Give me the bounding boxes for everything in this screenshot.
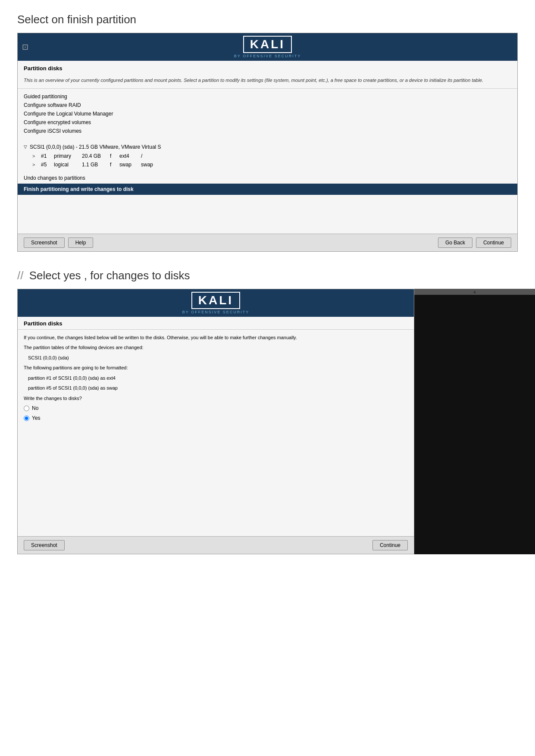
- kali-header-2: KALI BY OFFENSIVE SECURITY: [18, 289, 414, 317]
- scrollbar-top[interactable]: ▲: [414, 289, 535, 295]
- dark-sidebar: ▲: [414, 289, 535, 555]
- confirm-para-3-title: The following partitions are going to be…: [24, 364, 408, 372]
- confirm-partition-format-1: partition #1 of SCSI1 (0,0,0) (sda) as e…: [28, 375, 408, 382]
- footer-left: Screenshot Help: [24, 237, 93, 248]
- option-encrypted[interactable]: Configure encrypted volumes: [24, 118, 511, 127]
- partition-disks-title-2: Partition disks: [18, 317, 414, 330]
- confirm-partition-format-2: partition #5 of SCSI1 (0,0,0) (sda) as s…: [28, 384, 408, 392]
- installer-body-1: Partition disks This is an overview of y…: [18, 61, 517, 234]
- row-size-1: 20.4 GB: [82, 153, 106, 159]
- kali-logo-sub-2: BY OFFENSIVE SECURITY: [182, 310, 249, 314]
- write-label: Write the changes to disks?: [24, 395, 408, 403]
- section2-layout: KALI BY OFFENSIVE SECURITY Partition dis…: [17, 289, 535, 555]
- radio-no-input[interactable]: [24, 406, 29, 411]
- disk-triangle-icon: ▽: [24, 144, 27, 149]
- partition-options-list: Guided partitioning Configure software R…: [18, 89, 517, 139]
- kali-logo-1: KALI BY OFFENSIVE SECURITY: [234, 36, 301, 58]
- row-flag-2: f: [110, 162, 115, 168]
- help-button[interactable]: Help: [68, 237, 94, 248]
- undo-line[interactable]: Undo changes to partitions: [18, 172, 517, 184]
- kali-logo-sub: BY OFFENSIVE SECURITY: [234, 54, 301, 58]
- radio-no[interactable]: No: [24, 404, 408, 412]
- installer-window-2-wrapper: KALI BY OFFENSIVE SECURITY Partition dis…: [17, 289, 414, 555]
- row-mount-1: /: [141, 153, 142, 159]
- confirm-body: If you continue, the changes listed belo…: [18, 330, 414, 429]
- radio-yes-input[interactable]: [24, 415, 29, 421]
- row-type-2: logical: [54, 162, 78, 168]
- installer-description: This is an overview of your currently co…: [18, 74, 517, 89]
- row-fs-1: ext4: [119, 153, 137, 159]
- confirm-para-1: If you continue, the changes listed belo…: [24, 334, 408, 342]
- row-fs-2: swap: [119, 162, 137, 168]
- radio-group: No Yes: [24, 404, 408, 422]
- row-arrow-1: >: [32, 153, 37, 159]
- kali-logo-text-2: KALI: [191, 292, 240, 309]
- finish-line[interactable]: Finish partitioning and write changes to…: [18, 184, 517, 195]
- confirm-para-2-title: The partition tables of the following de…: [24, 344, 408, 352]
- continue-button-1[interactable]: Continue: [476, 237, 511, 248]
- option-iscsi[interactable]: Configure iSCSI volumes: [24, 127, 511, 135]
- option-software-raid[interactable]: Configure software RAID: [24, 101, 511, 109]
- footer2-right: Continue: [372, 540, 408, 550]
- table-row[interactable]: > #1 primary 20.4 GB f ext4 /: [24, 152, 511, 160]
- installer-window-1: ⊡ KALI BY OFFENSIVE SECURITY Partition d…: [17, 33, 518, 252]
- section2-title: // Select yes , for changes to disks: [0, 252, 535, 289]
- row-flag-1: f: [110, 153, 115, 159]
- installer-footer-1: Screenshot Help Go Back Continue: [18, 234, 517, 251]
- row-num-1: #1: [41, 153, 50, 159]
- footer-right: Go Back Continue: [438, 237, 511, 248]
- scroll-arrow-up-icon: ▲: [472, 289, 477, 294]
- continue-button-2[interactable]: Continue: [372, 540, 408, 550]
- installer-window-2: KALI BY OFFENSIVE SECURITY Partition dis…: [17, 289, 414, 555]
- empty-area-1: [18, 195, 517, 234]
- row-type-1: primary: [54, 153, 78, 159]
- partition-disks-title: Partition disks: [18, 61, 517, 74]
- radio-no-label: No: [32, 404, 38, 412]
- window-icon: ⊡: [22, 42, 28, 52]
- empty-area-2: [18, 428, 414, 536]
- row-num-2: #5: [41, 162, 50, 168]
- row-mount-2: swap: [141, 162, 153, 168]
- confirm-para-2-device: SCSI1 (0,0,0) (sda): [28, 354, 408, 362]
- row-size-2: 1.1 GB: [82, 162, 106, 168]
- row-arrow-2: >: [32, 162, 37, 167]
- section2-title-text: Select yes , for changes to disks: [26, 269, 190, 282]
- section1-title: Select on finish partition: [0, 0, 535, 33]
- option-lvm[interactable]: Configure the Logical Volume Manager: [24, 109, 511, 118]
- installer-footer-2: Screenshot Continue: [18, 536, 414, 554]
- disk-header: ▽ SCSI1 (0,0,0) (sda) - 21.5 GB VMware, …: [24, 142, 511, 152]
- disk-header-text: SCSI1 (0,0,0) (sda) - 21.5 GB VMware, VM…: [30, 144, 161, 150]
- kali-logo-2: KALI BY OFFENSIVE SECURITY: [182, 292, 249, 314]
- disk-section: ▽ SCSI1 (0,0,0) (sda) - 21.5 GB VMware, …: [18, 139, 517, 172]
- screenshot-button-2[interactable]: Screenshot: [24, 540, 65, 550]
- footer2-left: Screenshot: [24, 540, 65, 550]
- option-guided[interactable]: Guided partitioning: [24, 92, 511, 101]
- comment-slash: //: [17, 269, 23, 282]
- go-back-button[interactable]: Go Back: [438, 237, 472, 248]
- kali-header-1: ⊡ KALI BY OFFENSIVE SECURITY: [18, 33, 517, 61]
- screenshot-button-1[interactable]: Screenshot: [24, 237, 65, 248]
- table-row[interactable]: > #5 logical 1.1 GB f swap swap: [24, 160, 511, 169]
- radio-yes-label: Yes: [32, 414, 41, 422]
- kali-logo-text: KALI: [243, 36, 292, 53]
- radio-yes[interactable]: Yes: [24, 414, 408, 422]
